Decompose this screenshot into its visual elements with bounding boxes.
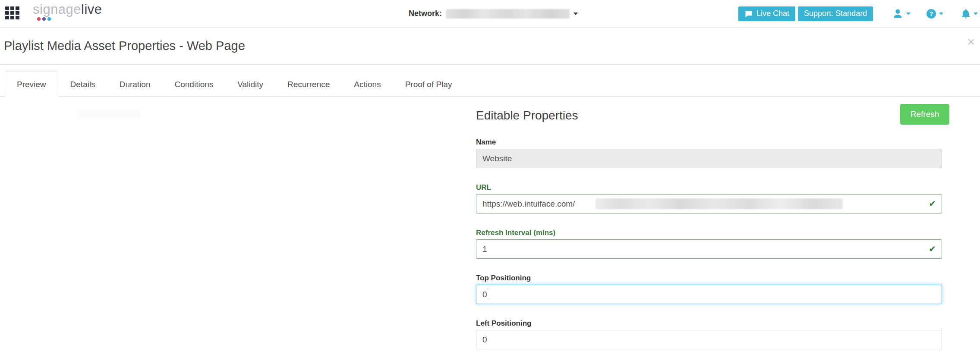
logo-text: signagelive bbox=[33, 2, 102, 17]
tab-preview[interactable]: Preview bbox=[5, 72, 58, 97]
refresh-interval-label: Refresh Interval (mins) bbox=[476, 229, 942, 237]
logo-part-signage: signage bbox=[33, 2, 81, 17]
help-icon: ? bbox=[926, 9, 936, 19]
valid-check-icon: ✔ bbox=[929, 194, 936, 213]
top-positioning-field[interactable] bbox=[476, 285, 942, 304]
chevron-down-icon bbox=[906, 13, 911, 15]
chevron-down-icon bbox=[974, 13, 978, 15]
text-cursor bbox=[487, 289, 487, 299]
valid-check-icon: ✔ bbox=[929, 239, 936, 259]
help-menu[interactable]: ? bbox=[926, 9, 943, 19]
tab-validity[interactable]: Validity bbox=[225, 72, 275, 97]
name-label: Name bbox=[476, 138, 942, 147]
preview-placeholder bbox=[78, 110, 140, 119]
left-positioning-label: Left Positioning bbox=[476, 319, 942, 328]
tab-recurrence[interactable]: Recurrence bbox=[275, 72, 342, 97]
left-positioning-field[interactable] bbox=[476, 330, 942, 349]
bell-icon bbox=[961, 8, 971, 19]
tab-details[interactable]: Details bbox=[58, 72, 107, 97]
name-field bbox=[476, 149, 942, 168]
top-header: signagelive Network: Live Chat Support: … bbox=[0, 0, 980, 28]
dialog-header: Playlist Media Asset Properties - Web Pa… bbox=[0, 28, 980, 65]
user-icon bbox=[892, 8, 904, 19]
url-field[interactable] bbox=[476, 194, 942, 213]
close-icon[interactable]: × bbox=[967, 35, 975, 48]
logo-dot-red bbox=[37, 17, 41, 21]
field-group-name: Name bbox=[476, 138, 942, 168]
preview-tab-panel: Editable Properties Refresh Name URL ✔ R… bbox=[0, 97, 980, 363]
support-standard-button[interactable]: Support: Standard bbox=[798, 6, 873, 21]
header-actions: Live Chat Support: Standard ? bbox=[738, 0, 978, 27]
signagelive-logo[interactable]: signagelive bbox=[33, 2, 102, 21]
network-value-redacted bbox=[446, 9, 570, 19]
live-chat-label: Live Chat bbox=[756, 9, 789, 18]
field-group-left-positioning: Left Positioning bbox=[476, 319, 942, 349]
logo-part-live: live bbox=[81, 2, 102, 17]
app-grid-icon[interactable] bbox=[5, 6, 19, 19]
field-group-top-positioning: Top Positioning bbox=[476, 274, 942, 304]
chevron-down-icon bbox=[574, 13, 578, 15]
chat-bubble-icon bbox=[744, 9, 753, 18]
logo-dot-purple bbox=[42, 17, 46, 21]
support-label: Support: Standard bbox=[804, 9, 867, 18]
url-label: URL bbox=[476, 183, 942, 192]
field-group-url: URL ✔ bbox=[476, 183, 942, 213]
refresh-interval-field[interactable] bbox=[476, 239, 942, 259]
property-tabs: Preview Details Duration Conditions Vali… bbox=[0, 72, 980, 97]
live-chat-button[interactable]: Live Chat bbox=[738, 6, 795, 21]
notifications-menu[interactable] bbox=[961, 8, 978, 19]
user-menu[interactable] bbox=[892, 8, 911, 19]
field-group-refresh-interval: Refresh Interval (mins) ✔ bbox=[476, 229, 942, 259]
tab-conditions[interactable]: Conditions bbox=[162, 72, 225, 97]
refresh-button[interactable]: Refresh bbox=[900, 104, 949, 125]
tab-duration[interactable]: Duration bbox=[107, 72, 163, 97]
logo-dots bbox=[37, 17, 102, 21]
editable-properties-form: Editable Properties Refresh Name URL ✔ R… bbox=[476, 97, 942, 364]
network-selector[interactable]: Network: bbox=[409, 0, 578, 27]
tab-actions[interactable]: Actions bbox=[342, 72, 393, 97]
svg-text:?: ? bbox=[930, 10, 933, 17]
panel-heading: Editable Properties bbox=[476, 107, 942, 124]
network-label: Network: bbox=[409, 9, 442, 18]
page-title: Playlist Media Asset Properties - Web Pa… bbox=[4, 39, 245, 53]
tab-proof-of-play[interactable]: Proof of Play bbox=[393, 72, 464, 97]
chevron-down-icon bbox=[939, 13, 943, 15]
logo-dot-cyan bbox=[47, 17, 51, 21]
top-positioning-label: Top Positioning bbox=[476, 274, 942, 282]
